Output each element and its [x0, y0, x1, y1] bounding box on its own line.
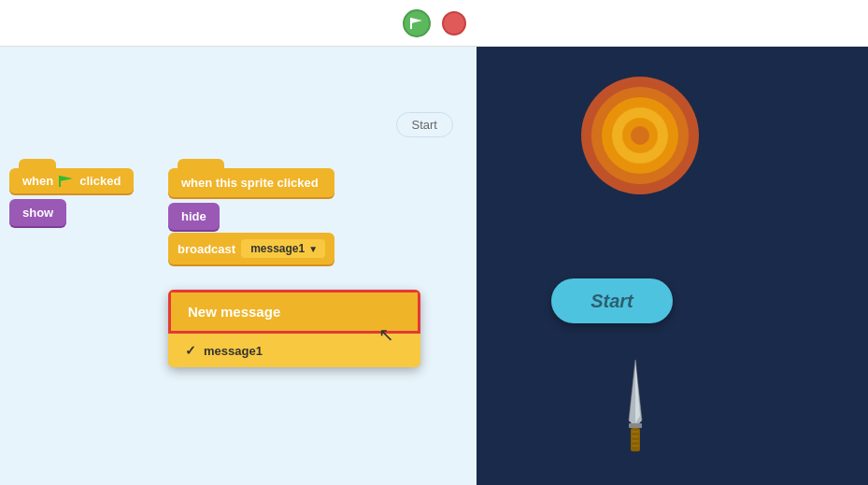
broadcast-label: broadcast	[178, 242, 235, 256]
when-flag-clicked-block[interactable]: when clicked	[9, 168, 134, 193]
sprite-hat-label: when this sprite clicked	[181, 176, 319, 190]
new-message-label: New message	[188, 304, 280, 320]
hide-block[interactable]: hide	[168, 203, 220, 230]
when-sprite-clicked-block[interactable]: when this sprite clicked	[168, 168, 334, 197]
svg-rect-12	[629, 423, 642, 428]
hide-label: hide	[181, 209, 206, 223]
block-stack-sprite: when this sprite clicked hide broadcast …	[168, 168, 334, 264]
flag-icon-block	[58, 175, 75, 188]
svg-rect-17	[632, 445, 639, 447]
top-bar	[0, 0, 868, 47]
svg-marker-11	[635, 360, 640, 423]
dropdown-arrow-icon: ▼	[308, 244, 318, 254]
svg-point-9	[631, 126, 649, 145]
new-message-option[interactable]: New message	[168, 290, 420, 334]
dropdown-popup: New message ✓ message1	[168, 290, 420, 367]
start-label: Start	[396, 112, 453, 137]
show-label: show	[22, 206, 53, 220]
start-label-text: Start	[412, 118, 437, 132]
start-button-label: Start	[591, 291, 633, 312]
message1-label: message1	[204, 344, 263, 358]
knife-svg	[621, 360, 649, 453]
message1-option[interactable]: ✓ message1	[168, 334, 420, 367]
green-flag-button[interactable]	[403, 9, 431, 37]
knife	[621, 360, 649, 457]
message-label: message1	[250, 242, 305, 255]
block-stack-flag: when clicked show	[9, 168, 134, 226]
checkmark-icon: ✓	[185, 343, 196, 358]
stop-button[interactable]	[442, 11, 466, 36]
code-panel: Start when clicked show when this sprite	[0, 47, 477, 485]
broadcast-block[interactable]: broadcast message1 ▼	[168, 233, 334, 264]
start-button[interactable]: Start	[551, 278, 673, 323]
svg-marker-0	[411, 18, 422, 23]
svg-rect-14	[632, 431, 639, 433]
message-dropdown[interactable]: message1 ▼	[241, 239, 325, 258]
main-layout: Start when clicked show when this sprite	[0, 47, 868, 485]
show-block[interactable]: show	[9, 199, 66, 226]
svg-rect-16	[632, 440, 639, 442]
svg-rect-15	[632, 435, 639, 437]
flag-icon	[409, 16, 424, 31]
svg-marker-2	[60, 176, 73, 181]
when-text: when	[22, 174, 53, 188]
bullseye-target	[579, 75, 701, 196]
clicked-text: clicked	[79, 174, 121, 188]
bullseye-svg	[579, 75, 701, 196]
stage-panel: Start	[477, 47, 868, 485]
